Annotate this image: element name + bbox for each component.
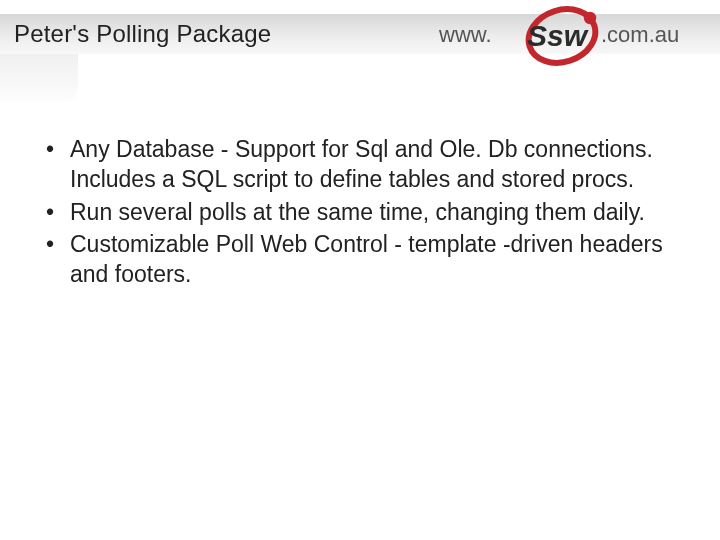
ssw-logo-icon: www. Ssw .com.au (439, 6, 704, 66)
bullet-item: Any Database - Support for Sql and Ole. … (36, 134, 684, 195)
bullet-item: Run several polls at the same time, chan… (36, 197, 684, 227)
logo-brand-text: Ssw (527, 19, 589, 52)
bullet-list: Any Database - Support for Sql and Ole. … (36, 134, 684, 290)
logo-suffix-text: .com.au (601, 22, 679, 47)
slide: Peter's Polling Package www. Ssw .com.au… (0, 0, 720, 540)
slide-title: Peter's Polling Package (0, 20, 271, 48)
bullet-item: Customizable Poll Web Control - template… (36, 229, 684, 290)
content-area: Any Database - Support for Sql and Ole. … (36, 134, 684, 292)
logo-prefix-text: www. (439, 22, 492, 47)
logo: www. Ssw .com.au (424, 0, 704, 72)
title-tab-decoration (0, 54, 78, 102)
